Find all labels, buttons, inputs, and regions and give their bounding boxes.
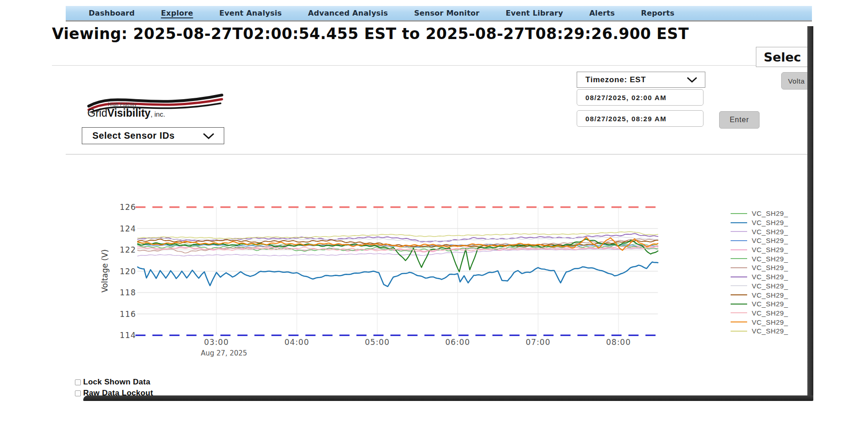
logo-tagline: High Fidelity bbox=[108, 102, 137, 107]
svg-text:07:00: 07:00 bbox=[526, 338, 550, 347]
svg-text:118: 118 bbox=[120, 288, 136, 297]
nav-item-alerts[interactable]: Alerts bbox=[589, 9, 615, 17]
legend-swatch-icon bbox=[731, 213, 747, 214]
legend-label: VC_SH29_ bbox=[752, 327, 788, 335]
nav-item-dashboard[interactable]: Dashboard bbox=[89, 9, 135, 17]
svg-text:06:00: 06:00 bbox=[445, 338, 470, 347]
legend-label: VC_SH29_ bbox=[752, 309, 788, 317]
legend-swatch-icon bbox=[731, 276, 747, 277]
series-line-1 bbox=[138, 262, 658, 287]
gridvisibility-logo: High Fidelity GridVisibility, inc. bbox=[86, 89, 229, 123]
legend-label: VC_SH29_ bbox=[752, 291, 788, 299]
legend-item-9[interactable]: VC_SH29_ bbox=[731, 290, 811, 299]
legend-item-11[interactable]: VC_SH29_ bbox=[731, 309, 811, 318]
legend-item-7[interactable]: VC_SH29_ bbox=[731, 272, 811, 282]
legend-item-0[interactable]: VC_SH29_ bbox=[731, 209, 811, 218]
page-edge-shadow-bottom bbox=[83, 395, 813, 401]
legend-swatch-icon bbox=[731, 321, 747, 322]
logo-name-suffix: , inc. bbox=[151, 110, 165, 118]
nav-item-event-analysis[interactable]: Event Analysis bbox=[219, 9, 282, 17]
svg-text:122: 122 bbox=[120, 245, 136, 254]
select-button[interactable]: Selec bbox=[756, 47, 813, 67]
voltage-chart-svg: 03:0004:0005:0006:0007:0008:001261241221… bbox=[101, 197, 675, 363]
legend-item-6[interactable]: VC_SH29_ bbox=[731, 263, 811, 272]
legend-label: VC_SH29_ bbox=[752, 255, 788, 263]
legend-item-4[interactable]: VC_SH29_ bbox=[731, 245, 811, 254]
app-page: DashboardExploreEvent AnalysisAdvanced A… bbox=[0, 0, 868, 423]
legend-swatch-icon bbox=[731, 258, 747, 259]
header-divider bbox=[52, 65, 807, 66]
enter-button[interactable]: Enter bbox=[719, 111, 760, 129]
chart-legend: VC_SH29_VC_SH29_VC_SH29_VC_SH29_VC_SH29_… bbox=[731, 209, 811, 336]
voltage-chart[interactable]: 03:0004:0005:0006:0007:0008:001261241221… bbox=[101, 197, 675, 363]
svg-text:120: 120 bbox=[120, 267, 136, 276]
nav-item-explore[interactable]: Explore bbox=[161, 9, 193, 17]
timezone-label: Timezone: EST bbox=[585, 75, 646, 85]
legend-item-5[interactable]: VC_SH29_ bbox=[731, 254, 811, 263]
raw-data-lockout-checkbox[interactable] bbox=[75, 390, 81, 396]
chevron-down-icon bbox=[203, 133, 215, 139]
legend-item-13[interactable]: VC_SH29_ bbox=[731, 327, 811, 336]
timezone-select[interactable]: Timezone: EST bbox=[577, 72, 705, 88]
end-datetime-input[interactable]: 08/27/2025, 08:29 AM bbox=[577, 110, 703, 127]
svg-text:Voltage (V): Voltage (V) bbox=[101, 249, 109, 293]
svg-text:05:00: 05:00 bbox=[365, 338, 390, 347]
legend-item-1[interactable]: VC_SH29_ bbox=[731, 218, 811, 227]
legend-label: VC_SH29_ bbox=[752, 282, 788, 290]
legend-item-10[interactable]: VC_SH29_ bbox=[731, 299, 811, 309]
legend-swatch-icon bbox=[731, 304, 747, 305]
chevron-down-icon bbox=[686, 77, 698, 83]
legend-item-2[interactable]: VC_SH29_ bbox=[731, 227, 811, 236]
legend-swatch-icon bbox=[731, 331, 747, 332]
legend-item-12[interactable]: VC_SH29_ bbox=[731, 317, 811, 327]
svg-text:114: 114 bbox=[120, 331, 136, 340]
legend-label: VC_SH29_ bbox=[752, 209, 788, 217]
nav-item-event-library[interactable]: Event Library bbox=[506, 9, 563, 17]
page-edge-shadow-right bbox=[807, 26, 813, 399]
legend-swatch-icon bbox=[731, 294, 747, 295]
nav-item-sensor-monitor[interactable]: Sensor Monitor bbox=[414, 9, 479, 17]
legend-label: VC_SH29_ bbox=[752, 219, 788, 226]
legend-swatch-icon bbox=[731, 312, 747, 313]
viewing-range-title: Viewing: 2025-08-27T02:00:54.455 EST to … bbox=[52, 25, 769, 43]
legend-label: VC_SH29_ bbox=[752, 273, 788, 281]
legend-label: VC_SH29_ bbox=[752, 237, 788, 244]
legend-swatch-icon bbox=[731, 231, 747, 232]
legend-label: VC_SH29_ bbox=[752, 228, 788, 236]
svg-text:08:00: 08:00 bbox=[606, 338, 631, 347]
sensor-ids-select[interactable]: Select Sensor IDs bbox=[82, 127, 224, 144]
svg-text:04:00: 04:00 bbox=[284, 338, 309, 347]
legend-swatch-icon bbox=[731, 267, 747, 268]
legend-label: VC_SH29_ bbox=[752, 246, 788, 254]
nav-item-reports[interactable]: Reports bbox=[641, 9, 675, 17]
svg-text:116: 116 bbox=[120, 310, 136, 319]
legend-swatch-icon bbox=[731, 222, 747, 223]
lock-shown-data-checkbox[interactable] bbox=[75, 379, 81, 385]
svg-text:124: 124 bbox=[120, 224, 136, 233]
logo-name-visibility: Visibility bbox=[107, 107, 150, 119]
svg-text:126: 126 bbox=[120, 203, 136, 212]
nav-item-advanced-analysis[interactable]: Advanced Analysis bbox=[308, 9, 388, 17]
legend-swatch-icon bbox=[731, 249, 747, 250]
legend-swatch-icon bbox=[731, 240, 747, 241]
legend-item-3[interactable]: VC_SH29_ bbox=[731, 236, 811, 245]
logo-name: GridVisibility, inc. bbox=[87, 107, 165, 119]
lock-shown-data-label: Lock Shown Data bbox=[83, 378, 150, 387]
legend-label: VC_SH29_ bbox=[752, 300, 788, 308]
legend-item-8[interactable]: VC_SH29_ bbox=[731, 282, 811, 291]
svg-text:03:00: 03:00 bbox=[204, 338, 229, 347]
select-button-label: Selec bbox=[764, 50, 801, 64]
start-datetime-input[interactable]: 08/27/2025, 02:00 AM bbox=[577, 89, 703, 106]
legend-label: VC_SH29_ bbox=[752, 264, 788, 271]
top-nav: DashboardExploreEvent AnalysisAdvanced A… bbox=[66, 6, 812, 20]
lock-shown-data-row: Lock Shown Data bbox=[75, 378, 150, 386]
section-divider bbox=[66, 154, 807, 155]
legend-label: VC_SH29_ bbox=[752, 318, 788, 326]
sensor-ids-label: Select Sensor IDs bbox=[92, 130, 175, 141]
nav-bottom-shadow bbox=[66, 20, 812, 22]
logo-name-grid: Grid bbox=[87, 107, 107, 119]
legend-swatch-icon bbox=[731, 285, 747, 286]
svg-text:Aug 27, 2025: Aug 27, 2025 bbox=[201, 349, 247, 357]
